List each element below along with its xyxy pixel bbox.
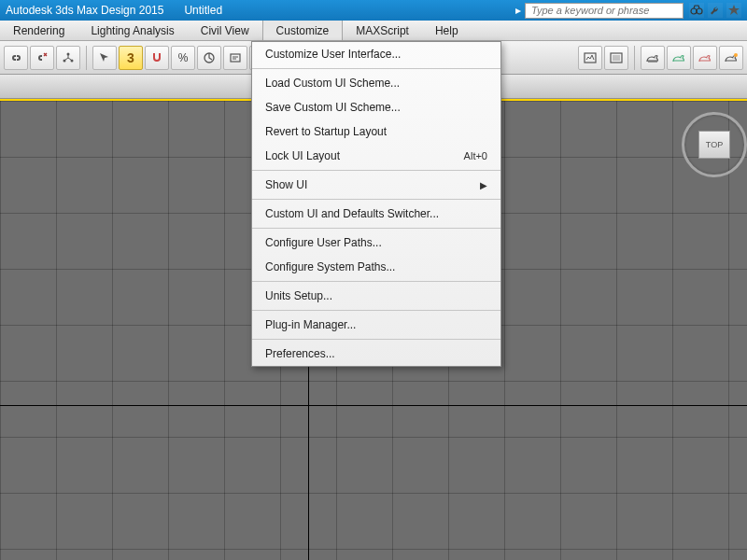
select-icon[interactable]	[92, 46, 117, 70]
angle-snap-value: 3	[127, 50, 134, 65]
menu-separator	[252, 68, 500, 69]
percent-snap-icon[interactable]: %	[171, 46, 195, 70]
render-activeshade-icon[interactable]	[693, 46, 717, 70]
viewcube[interactable]: TOP	[682, 112, 747, 177]
snap-magnet-icon[interactable]	[145, 46, 169, 70]
axis-x	[0, 405, 747, 406]
menu-item-plug-in-manager[interactable]: Plug-in Manager...	[252, 313, 500, 337]
bind-icon[interactable]	[56, 46, 80, 70]
menu-item-label: Lock UI Layout	[265, 149, 340, 162]
menu-separator	[252, 228, 500, 229]
svg-rect-6	[231, 54, 240, 62]
spinner-snap-icon[interactable]	[197, 46, 221, 70]
submenu-arrow-icon: ▶	[480, 180, 487, 190]
binoculars-icon[interactable]	[689, 3, 704, 18]
document-name: Untitled	[184, 4, 222, 17]
menu-item-configure-system-paths[interactable]: Configure System Paths...	[252, 255, 500, 279]
render-setup-icon[interactable]	[578, 46, 602, 70]
menu-item-configure-user-paths[interactable]: Configure User Paths...	[252, 231, 500, 255]
svg-rect-9	[613, 55, 620, 61]
menu-item-label: Save Custom UI Scheme...	[265, 101, 401, 114]
menu-customize[interactable]: Customize	[262, 21, 344, 40]
menu-item-preferences[interactable]: Preferences...	[252, 342, 500, 366]
star-icon[interactable]	[726, 3, 741, 18]
unlink-icon[interactable]	[30, 46, 54, 70]
menu-item-save-custom-ui-scheme[interactable]: Save Custom UI Scheme...	[252, 95, 500, 119]
menu-item-show-ui[interactable]: Show UI▶	[252, 173, 500, 197]
render-frame-icon[interactable]	[604, 46, 628, 70]
menu-separator	[252, 281, 500, 282]
render-production-icon[interactable]	[641, 46, 665, 70]
menu-item-lock-ui-layout[interactable]: Lock UI LayoutAlt+0	[252, 144, 500, 168]
info-arrow-icon[interactable]: ▸	[515, 4, 521, 17]
edit-named-sel-icon[interactable]	[223, 46, 247, 70]
menu-item-revert-to-startup-layout[interactable]: Revert to Startup Layout	[252, 119, 500, 144]
link-icon[interactable]	[4, 46, 28, 70]
menu-item-custom-ui-and-defaults-switcher[interactable]: Custom UI and Defaults Switcher...	[252, 202, 500, 226]
menu-separator	[252, 339, 500, 340]
customize-menu-dropdown: Customize User Interface...Load Custom U…	[251, 41, 501, 367]
menu-separator	[252, 199, 500, 200]
render-iterative-icon[interactable]	[667, 46, 691, 70]
app-name: Autodesk 3ds Max Design 2015	[6, 4, 163, 17]
menu-item-label: Configure User Paths...	[265, 236, 382, 249]
svg-point-0	[691, 8, 697, 14]
menu-item-units-setup[interactable]: Units Setup...	[252, 284, 500, 308]
menu-item-label: Show UI	[265, 178, 307, 191]
menu-bar: Rendering Lighting Analysis Civil View C…	[0, 21, 747, 41]
menu-item-label: Customize User Interface...	[265, 48, 401, 61]
menu-item-label: Custom UI and Defaults Switcher...	[265, 207, 439, 220]
menu-item-label: Plug-in Manager...	[265, 318, 356, 331]
menu-separator	[252, 170, 500, 171]
menu-lighting-analysis[interactable]: Lighting Analysis	[78, 21, 187, 40]
menu-item-label: Units Setup...	[265, 289, 332, 302]
menu-rendering[interactable]: Rendering	[0, 21, 78, 40]
wrench-icon[interactable]	[708, 3, 723, 18]
menu-item-load-custom-ui-scheme[interactable]: Load Custom UI Scheme...	[252, 71, 500, 95]
menu-help[interactable]: Help	[422, 21, 472, 40]
svg-point-1	[697, 8, 702, 14]
menu-item-label: Load Custom UI Scheme...	[265, 77, 400, 90]
viewcube-face[interactable]: TOP	[698, 131, 730, 159]
menu-item-customize-user-interface[interactable]: Customize User Interface...	[252, 42, 500, 66]
menu-item-label: Configure System Paths...	[265, 260, 395, 273]
render-preset-icon[interactable]	[719, 46, 743, 70]
title-bar: Autodesk 3ds Max Design 2015 Untitled ▸	[0, 0, 747, 21]
menu-item-label: Preferences...	[265, 347, 335, 360]
menu-item-label: Revert to Startup Layout	[265, 125, 387, 138]
menu-separator	[252, 310, 500, 311]
title-bar-tools	[689, 3, 741, 18]
menu-shortcut: Alt+0	[464, 150, 487, 161]
svg-point-10	[734, 53, 738, 57]
angle-snap-toggle[interactable]: 3	[119, 46, 143, 70]
menu-civil-view[interactable]: Civil View	[188, 21, 262, 40]
search-input[interactable]	[525, 3, 684, 19]
percent-label: %	[178, 51, 189, 64]
menu-maxscript[interactable]: MAXScript	[343, 21, 422, 40]
